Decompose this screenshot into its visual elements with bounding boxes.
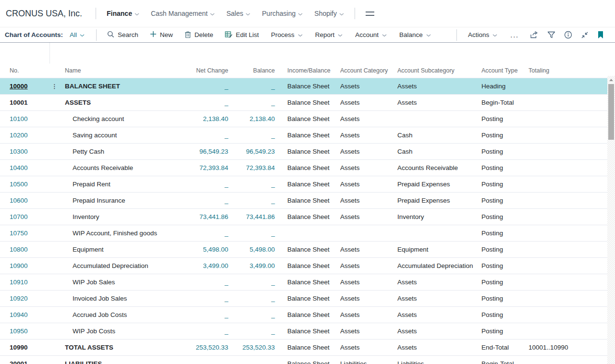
account-no-link[interactable]: 10001 (10, 99, 28, 106)
info-icon[interactable] (560, 29, 577, 40)
table-row[interactable]: 10200 ⋮ Saving account _ _ Balance Sheet… (0, 127, 607, 143)
balance-cell[interactable]: 253,520.33 (232, 344, 279, 351)
column-header-no[interactable]: No. (0, 67, 48, 74)
table-row[interactable]: 10940 ⋮ Accrued Job Costs _ _ Balance Sh… (0, 306, 607, 323)
net-change-cell[interactable]: 253,520.33 (160, 344, 232, 351)
balance-cell[interactable]: _ (232, 328, 279, 335)
column-header-account-type[interactable]: Account Type (481, 67, 529, 74)
net-change-cell[interactable]: _ (160, 230, 232, 237)
account-no-link[interactable]: 10400 (10, 164, 28, 171)
balance-cell[interactable]: 72,393.84 (232, 164, 279, 171)
collapse-icon[interactable] (577, 30, 593, 40)
balance-cell[interactable]: 73,441.86 (232, 213, 279, 220)
nav-item-sales[interactable]: Sales (221, 7, 256, 20)
column-header-balance[interactable]: Balance (232, 67, 279, 74)
account-no-link[interactable]: 20001 (10, 360, 28, 364)
vertical-scrollbar[interactable] (607, 76, 615, 364)
table-row[interactable]: 10700 ⋮ Inventory 73,441.86 73,441.86 Ba… (0, 208, 607, 225)
account-no-link[interactable]: 10300 (10, 148, 28, 155)
balance-cell[interactable]: _ (232, 197, 279, 204)
balance-cell[interactable]: 3,499.00 (232, 262, 279, 269)
table-row[interactable]: 10800 ⋮ Equipment 5,498.00 5,498.00 Bala… (0, 241, 607, 257)
net-change-cell[interactable]: _ (160, 132, 232, 139)
account-no-link[interactable]: 10950 (10, 328, 28, 335)
balance-cell[interactable]: _ (232, 181, 279, 188)
net-change-cell[interactable]: 73,441.86 (160, 213, 232, 220)
account-menu[interactable]: Account (349, 29, 393, 40)
view-filter-dropdown[interactable]: All (70, 31, 85, 38)
table-row[interactable]: 10990 ⋮ TOTAL ASSETS 253,520.33 253,520.… (0, 339, 607, 355)
column-header-income-balance[interactable]: Income/Balance (279, 67, 340, 74)
net-change-cell[interactable]: _ (160, 328, 232, 335)
net-change-cell[interactable]: 2,138.40 (160, 115, 232, 122)
account-no-link[interactable]: 10500 (10, 181, 28, 188)
overflow-menu[interactable]: ... (504, 31, 526, 39)
account-no-link[interactable]: 10940 (10, 311, 28, 318)
balance-cell[interactable]: 5,498.00 (232, 246, 279, 253)
scroll-up-icon[interactable] (607, 76, 615, 84)
balance-cell[interactable]: _ (232, 311, 279, 318)
filter-icon[interactable] (543, 30, 560, 40)
account-no-link[interactable]: 10700 (10, 213, 28, 220)
table-row[interactable]: 10910 ⋮ WIP Job Sales _ _ Balance Sheet … (0, 274, 607, 290)
table-row[interactable]: 10600 ⋮ Prepaid Insurance _ _ Balance Sh… (0, 192, 607, 208)
net-change-cell[interactable]: 96,549.23 (160, 148, 232, 155)
share-icon[interactable] (526, 29, 543, 40)
nav-item-purchasing[interactable]: Purchasing (256, 7, 308, 20)
company-name[interactable]: CRONUS USA, Inc. (5, 9, 91, 19)
account-no-link[interactable]: 10200 (10, 132, 28, 139)
account-no-link[interactable]: 10600 (10, 197, 28, 204)
balance-cell[interactable]: _ (232, 230, 279, 237)
balance-cell[interactable]: 96,549.23 (232, 148, 279, 155)
account-no-link[interactable]: 10000 (10, 83, 28, 90)
edit-list-button[interactable]: Edit List (219, 29, 265, 41)
delete-button[interactable]: Delete (179, 29, 219, 41)
net-change-cell[interactable]: 5,498.00 (160, 246, 232, 253)
balance-cell[interactable]: _ (232, 83, 279, 90)
table-row[interactable]: 10400 ⋮ Accounts Receivable 72,393.84 72… (0, 159, 607, 176)
account-no-link[interactable]: 10900 (10, 262, 28, 269)
bookmark-icon[interactable] (593, 29, 608, 40)
net-change-cell[interactable]: _ (160, 181, 232, 188)
table-row[interactable]: 10001 ⋮ ASSETS _ _ Balance Sheet Assets … (0, 94, 607, 110)
nav-item-finance[interactable]: Finance (101, 7, 145, 20)
balance-cell[interactable]: _ (232, 279, 279, 286)
search-button[interactable]: Search (101, 29, 144, 41)
nav-item-shopify[interactable]: Shopify (308, 7, 350, 20)
row-menu-icon[interactable]: ⋮ (48, 84, 65, 89)
net-change-cell[interactable]: _ (160, 83, 232, 90)
more-menu-icon[interactable] (366, 12, 374, 16)
net-change-cell[interactable]: _ (160, 99, 232, 106)
nav-item-cash-management[interactable]: Cash Management (145, 7, 221, 20)
table-row[interactable]: 10300 ⋮ Petty Cash 96,549.23 96,549.23 B… (0, 143, 607, 159)
balance-menu[interactable]: Balance (393, 29, 437, 40)
table-row[interactable]: 10500 ⋮ Prepaid Rent _ _ Balance Sheet A… (0, 176, 607, 192)
net-change-cell[interactable]: _ (160, 279, 232, 286)
account-no-link[interactable]: 10990 (10, 344, 28, 351)
balance-cell[interactable]: _ (232, 132, 279, 139)
account-no-link[interactable]: 10100 (10, 115, 28, 122)
balance-cell[interactable]: _ (232, 295, 279, 302)
table-row[interactable]: 10920 ⋮ Invoiced Job Sales _ _ Balance S… (0, 290, 607, 306)
table-row[interactable]: 10900 ⋮ Accumulated Depreciation 3,499.0… (0, 257, 607, 274)
column-header-totaling[interactable]: Totaling (529, 67, 607, 74)
account-no-link[interactable]: 10750 (10, 230, 28, 237)
scrollbar-thumb[interactable] (608, 84, 614, 140)
table-row[interactable]: 10750 ⋮ WIP Account, Finished goods _ _ … (0, 225, 607, 241)
account-no-link[interactable]: 10910 (10, 279, 28, 286)
net-change-cell[interactable]: 3,499.00 (160, 262, 232, 269)
net-change-cell[interactable]: _ (160, 197, 232, 204)
table-row[interactable]: 20001 ⋮ LIABILITIES Balance Sheet Liabil… (0, 355, 607, 364)
process-menu[interactable]: Process (265, 29, 309, 40)
balance-cell[interactable]: _ (232, 99, 279, 106)
column-header-net-change[interactable]: Net Change (160, 67, 232, 74)
new-button[interactable]: New (144, 29, 179, 41)
table-row[interactable]: 10950 ⋮ WIP Job Costs _ _ Balance Sheet … (0, 323, 607, 339)
account-no-link[interactable]: 10800 (10, 246, 28, 253)
net-change-cell[interactable]: _ (160, 295, 232, 302)
table-row[interactable]: 10000 ⋮ BALANCE SHEET _ _ Balance Sheet … (0, 78, 607, 94)
account-no-link[interactable]: 10920 (10, 295, 28, 302)
column-header-name[interactable]: Name (65, 67, 160, 74)
column-header-account-category[interactable]: Account Category (340, 67, 397, 74)
net-change-cell[interactable]: _ (160, 311, 232, 318)
